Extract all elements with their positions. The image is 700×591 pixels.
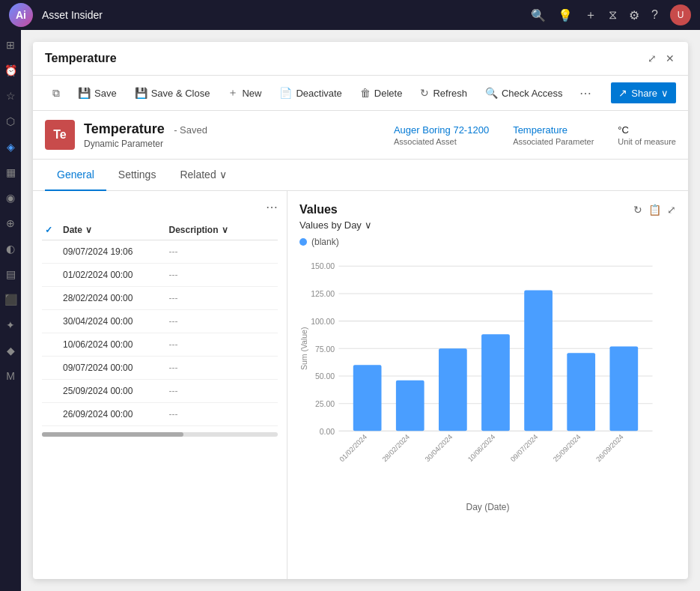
unit-of-measure-value: °C — [618, 124, 676, 136]
table-row[interactable]: 09/07/2024 19:06 --- — [42, 240, 278, 264]
tab-related[interactable]: Related ∨ — [168, 160, 238, 191]
chart-filter: Values by Day ∨ — [299, 219, 676, 231]
modal-titlebar: Temperature ⤢ ✕ — [33, 42, 688, 76]
plus-icon[interactable]: ＋ — [585, 7, 597, 23]
table-check-icon: ✓ — [45, 225, 63, 235]
check-access-button[interactable]: 🔍 Check Access — [478, 82, 570, 103]
svg-text:125.00: 125.00 — [311, 290, 335, 298]
avatar[interactable]: U — [670, 4, 691, 25]
sidebar-entities-icon[interactable]: ◈ — [4, 138, 18, 156]
table-scrollbar-thumb[interactable] — [42, 432, 183, 437]
row-description: --- — [169, 363, 276, 373]
svg-text:28/02/2024: 28/02/2024 — [380, 432, 411, 463]
svg-text:25.00: 25.00 — [315, 400, 335, 408]
sidebar-m-icon[interactable]: M — [3, 367, 18, 385]
help-icon[interactable]: ? — [651, 8, 658, 22]
tab-settings[interactable]: Settings — [106, 160, 168, 191]
record-avatar: Te — [45, 120, 75, 150]
table-rows: 09/07/2024 19:06 --- 01/02/2024 00:00 --… — [42, 240, 278, 426]
record-field-unit: °C Unit of measure — [618, 124, 676, 146]
table-row[interactable]: 10/06/2024 00:00 --- — [42, 333, 278, 357]
filter-icon[interactable]: ⧖ — [609, 8, 617, 22]
table-row[interactable]: 28/02/2024 00:00 --- — [42, 287, 278, 310]
table-row[interactable]: 01/02/2024 00:00 --- — [42, 264, 278, 287]
sidebar-star2-icon[interactable]: ✦ — [3, 316, 18, 334]
chart-header-icons: ↻ 📋 ⤢ — [633, 204, 676, 216]
row-date: 30/04/2024 00:00 — [63, 316, 169, 327]
table-col-desc-header[interactable]: Description ∨ — [169, 225, 276, 235]
content-area: ⋯ ✓ Date ∨ Description ∨ 09/07/20 — [33, 191, 688, 579]
share-button[interactable]: ↗ Share ∨ — [611, 82, 676, 103]
share-chevron-icon: ∨ — [661, 88, 669, 99]
sidebar-diamond-icon[interactable]: ◆ — [4, 342, 18, 360]
svg-rect-27 — [609, 346, 638, 431]
sidebar-favorites-icon[interactable]: ☆ — [3, 87, 19, 105]
svg-rect-19 — [439, 348, 467, 431]
sidebar-add-icon[interactable]: ⊕ — [3, 214, 18, 232]
expand-icon[interactable]: ⤢ — [646, 51, 658, 66]
table-scrollbar[interactable] — [42, 432, 278, 437]
svg-text:09/07/2024: 09/07/2024 — [508, 432, 539, 463]
bar-chart: 0.0025.0050.0075.00100.00125.00150.00Sum… — [299, 256, 676, 496]
row-date: 26/09/2024 00:00 — [63, 409, 169, 419]
row-description: --- — [169, 293, 276, 303]
row-description: --- — [169, 246, 276, 257]
settings-icon[interactable]: ⚙ — [629, 8, 639, 22]
topbar-icons: 🔍 💡 ＋ ⧖ ⚙ ? U — [531, 4, 691, 25]
sidebar-grid-icon[interactable]: ▦ — [3, 163, 19, 181]
modal-titlebar-icons: ⤢ ✕ — [646, 51, 676, 66]
more-options-icon[interactable]: ⋯ — [573, 83, 597, 103]
sidebar-half-icon[interactable]: ◐ — [3, 240, 18, 258]
app-logo[interactable]: Ai — [9, 3, 33, 27]
chart-legend: (blank) — [299, 237, 676, 247]
desc-col-label: Description — [169, 225, 219, 235]
chart-expand-icon[interactable]: ⤢ — [667, 204, 676, 216]
refresh-button[interactable]: ↻ Refresh — [413, 82, 475, 103]
sidebar-square-icon[interactable]: ⬛ — [1, 291, 20, 309]
associated-asset-label: Associated Asset — [394, 137, 489, 146]
sidebar-list-icon[interactable]: ▤ — [3, 265, 19, 283]
table-col-date-header[interactable]: Date ∨ — [63, 225, 169, 235]
svg-text:0.00: 0.00 — [320, 428, 335, 436]
save-button[interactable]: 💾 Save — [70, 82, 124, 103]
search-icon[interactable]: 🔍 — [531, 8, 546, 22]
record-subtitle: Dynamic Parameter — [84, 139, 385, 149]
chart-svg-container: 0.0025.0050.0075.00100.00125.00150.00Sum… — [299, 256, 676, 567]
record-initials: Te — [53, 128, 66, 142]
delete-icon: 🗑 — [360, 87, 371, 99]
chart-filter-button[interactable]: Values by Day ∨ — [299, 219, 372, 231]
associated-asset-value[interactable]: Auger Boring 72-1200 — [394, 124, 489, 136]
save-close-icon: 💾 — [135, 87, 147, 99]
restore-button[interactable]: ⧉ — [45, 82, 67, 104]
associated-param-value[interactable]: Temperature — [513, 124, 594, 136]
date-col-label: Date — [63, 225, 82, 235]
save-close-button[interactable]: 💾 Save & Close — [127, 82, 218, 103]
lightbulb-icon[interactable]: 💡 — [558, 8, 573, 22]
share-label: Share — [631, 88, 657, 99]
sidebar-apps-icon[interactable]: ⬡ — [3, 112, 18, 130]
new-button[interactable]: ＋ New — [220, 82, 269, 104]
deactivate-button[interactable]: 📄 Deactivate — [272, 82, 349, 103]
chart-export-icon[interactable]: 📋 — [648, 204, 661, 216]
delete-button[interactable]: 🗑 Delete — [353, 82, 410, 103]
tab-general[interactable]: General — [45, 160, 106, 191]
svg-text:30/04/2024: 30/04/2024 — [423, 432, 454, 463]
chart-refresh-icon[interactable]: ↻ — [633, 204, 642, 216]
row-date: 10/06/2024 00:00 — [63, 339, 169, 350]
modal-title: Temperature — [45, 52, 646, 65]
table-row[interactable]: 09/07/2024 00:00 --- — [42, 357, 278, 380]
sidebar-home-icon[interactable]: ⊞ — [3, 36, 18, 54]
table-more-icon[interactable]: ⋯ — [266, 200, 278, 214]
svg-text:50.00: 50.00 — [315, 372, 335, 381]
table-row[interactable]: 26/09/2024 00:00 --- — [42, 403, 278, 426]
table-row[interactable]: 30/04/2024 00:00 --- — [42, 310, 278, 333]
chart-filter-chevron-icon: ∨ — [365, 219, 372, 231]
sidebar-recent-icon[interactable]: ⏰ — [1, 61, 20, 79]
close-icon[interactable]: ✕ — [664, 51, 676, 66]
sidebar-circle-icon[interactable]: ◉ — [3, 189, 18, 207]
row-description: --- — [169, 270, 276, 280]
toolbar: ⧉ 💾 Save 💾 Save & Close ＋ New 📄 Deactiva… — [33, 76, 688, 111]
row-description: --- — [169, 409, 276, 419]
table-row[interactable]: 25/09/2024 00:00 --- — [42, 380, 278, 403]
row-date: 09/07/2024 00:00 — [63, 363, 169, 373]
